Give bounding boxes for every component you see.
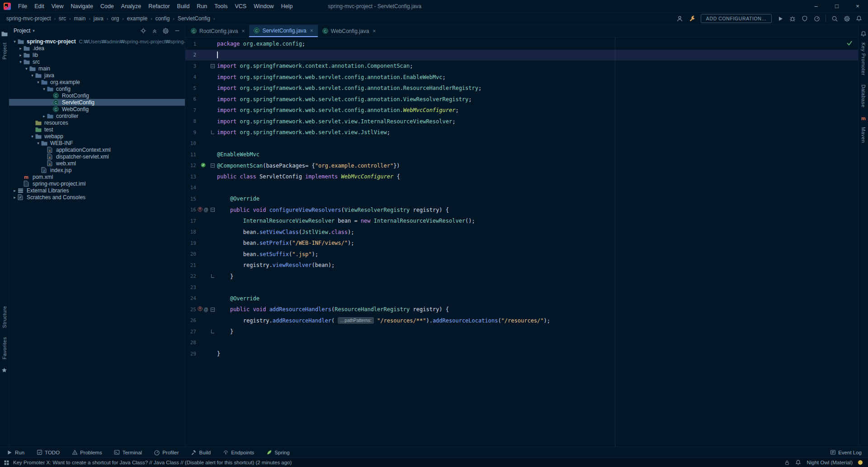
collapse-arrow-icon[interactable]: ▸ — [41, 114, 47, 118]
search-icon[interactable] — [831, 15, 838, 22]
tree-item-controller[interactable]: ▸controller — [9, 112, 185, 119]
close-icon[interactable]: × — [310, 28, 313, 33]
tree-item-web-xml[interactable]: xweb.xml — [9, 160, 185, 167]
menu-help[interactable]: Help — [278, 0, 297, 13]
tree-item-idea[interactable]: ▸.idea — [9, 45, 185, 51]
profiler-icon[interactable] — [813, 15, 821, 22]
tree-item-web-inf[interactable]: ▾WEB-INF — [9, 140, 185, 146]
expand-arrow-icon[interactable]: ▾ — [41, 87, 47, 91]
toolwindow-button-build[interactable]: Build — [191, 449, 211, 456]
status-message[interactable]: Key Promoter X: Want to create a shortcu… — [13, 460, 292, 465]
tree-item-src[interactable]: ▾src — [9, 58, 185, 65]
tree-item-rootconfig[interactable]: CRootConfig — [9, 92, 185, 99]
fold-marker-icon[interactable] — [210, 163, 215, 168]
tree-item-spring-mvc-project[interactable]: ▾spring-mvc-projectC:₩Users₩admin₩spring… — [9, 38, 185, 45]
code-editor[interactable]: 1package org.example.config;23import org… — [185, 37, 858, 447]
tree-item-resources[interactable]: resources — [9, 119, 185, 126]
theme-widget[interactable]: Night Owl (Material) — [807, 460, 853, 465]
bell-icon[interactable] — [795, 460, 801, 466]
menu-view[interactable]: View — [48, 0, 67, 13]
minimize-button[interactable]: – — [806, 0, 826, 12]
bell-icon[interactable] — [855, 15, 863, 22]
tool-tab-maven[interactable]: Maven — [861, 127, 866, 143]
spring-bean-icon[interactable] — [201, 163, 206, 169]
tab-servletconfig-java[interactable]: CServletConfig.java× — [249, 25, 317, 37]
overriding-method-icon[interactable] — [198, 306, 203, 313]
toolwindow-button-problems[interactable]: Problems — [71, 449, 102, 456]
tool-tab-favorites[interactable]: Favorites — [2, 337, 7, 360]
fold-marker-icon[interactable] — [210, 64, 215, 68]
overriding-method-icon[interactable] — [198, 207, 203, 213]
menu-refactor[interactable]: Refactor — [145, 0, 173, 13]
tab-rootconfig-java[interactable]: CRootConfig.java× — [186, 25, 249, 37]
breadcrumb-org[interactable]: org — [111, 15, 119, 22]
toolwindow-button-todo[interactable]: TODO — [36, 449, 60, 456]
collapse-arrow-icon[interactable]: ▸ — [18, 46, 24, 51]
breadcrumb-example[interactable]: example — [127, 15, 147, 22]
tree-item-org-example[interactable]: ▾org.example — [9, 79, 185, 85]
toolwindow-button-profiler[interactable]: Profiler — [154, 449, 179, 456]
tool-windows-grid-icon[interactable] — [4, 460, 9, 466]
tree-item-spring-mvc-project-iml[interactable]: spring-mvc-project.iml — [9, 180, 185, 187]
theme-color-dot[interactable] — [858, 460, 863, 465]
fold-marker-icon[interactable] — [210, 330, 215, 334]
collapse-arrow-icon[interactable]: ▸ — [12, 195, 18, 200]
menu-vcs[interactable]: VCS — [231, 0, 250, 13]
chevron-down-icon[interactable]: ▾ — [33, 28, 35, 33]
tab-webconfig-java[interactable]: CWebConfig.java× — [318, 25, 381, 37]
tree-item-lib[interactable]: ▸lib — [9, 51, 185, 58]
expand-arrow-icon[interactable]: ▾ — [12, 39, 18, 44]
tree-item-applicationcontext-xml[interactable]: xapplicationContext.xml — [9, 146, 185, 153]
play-icon[interactable] — [777, 15, 784, 22]
tree-item-java[interactable]: ▾java — [9, 72, 185, 79]
debug-icon[interactable] — [789, 15, 796, 22]
breadcrumb-src[interactable]: src — [59, 15, 66, 22]
menu-navigate[interactable]: Navigate — [67, 0, 97, 13]
expand-arrow-icon[interactable]: ▾ — [24, 66, 29, 71]
expand-arrow-icon[interactable]: ▾ — [35, 141, 41, 145]
hide-icon[interactable] — [174, 28, 180, 34]
locate-icon[interactable] — [140, 28, 146, 34]
tree-item-webapp[interactable]: ▾webapp — [9, 133, 185, 140]
coverage-icon[interactable] — [801, 15, 808, 22]
tree-item-external-libraries[interactable]: ▸External Libraries — [9, 187, 185, 194]
tool-tab-key-promoter[interactable]: Key Promoter — [861, 42, 866, 75]
breadcrumb-spring-mvc-project[interactable]: spring-mvc-project — [6, 15, 51, 22]
notifications-icon[interactable] — [860, 30, 867, 37]
menu-run[interactable]: Run — [193, 0, 211, 13]
close-icon[interactable]: × — [373, 28, 376, 34]
lock-icon[interactable] — [784, 460, 790, 466]
menu-build[interactable]: Build — [174, 0, 193, 13]
close-button[interactable]: × — [847, 0, 868, 12]
expand-arrow-icon[interactable]: ▾ — [29, 73, 35, 78]
menu-analyze[interactable]: Analyze — [118, 0, 145, 13]
wrench-icon[interactable] — [689, 15, 696, 22]
settings-icon[interactable] — [162, 28, 169, 34]
expand-arrow-icon[interactable]: ▾ — [35, 80, 41, 84]
collapse-arrow-icon[interactable]: ▸ — [12, 188, 18, 193]
tree-item-servletconfig[interactable]: CServletConfig — [9, 99, 185, 106]
add-configuration-button[interactable]: ADD CONFIGURATION... — [701, 14, 772, 23]
breadcrumb-main[interactable]: main — [74, 15, 85, 22]
menu-edit[interactable]: Edit — [31, 0, 48, 13]
toolwindow-button-run[interactable]: Run — [6, 449, 24, 456]
close-icon[interactable]: × — [241, 28, 245, 34]
user-icon[interactable] — [676, 15, 684, 22]
tool-tab-database[interactable]: Database — [861, 84, 866, 107]
expand-arrow-icon[interactable]: ▾ — [18, 60, 24, 64]
settings-icon[interactable] — [843, 15, 850, 22]
breadcrumb-servletconfig[interactable]: ServletConfig — [178, 15, 210, 22]
tree-item-test[interactable]: test — [9, 126, 185, 133]
menu-window[interactable]: Window — [250, 0, 277, 13]
fold-marker-icon[interactable] — [210, 131, 215, 135]
toolwindow-button-endpoints[interactable]: Endpoints — [222, 449, 254, 456]
favorites-star-icon[interactable] — [1, 367, 8, 374]
tree-item-config[interactable]: ▾config — [9, 85, 185, 92]
toolwindow-button-terminal[interactable]: Terminal — [114, 449, 142, 456]
toolwindow-button-event-log[interactable]: Event Log — [830, 449, 862, 456]
tree-item-index-jsp[interactable]: Jindex.jsp — [9, 167, 185, 173]
expand-arrow-icon[interactable]: ▾ — [29, 134, 35, 139]
breadcrumb-java[interactable]: java — [94, 15, 104, 22]
tree-item-main[interactable]: ▾main — [9, 65, 185, 72]
collapse-arrow-icon[interactable]: ▸ — [18, 53, 24, 57]
